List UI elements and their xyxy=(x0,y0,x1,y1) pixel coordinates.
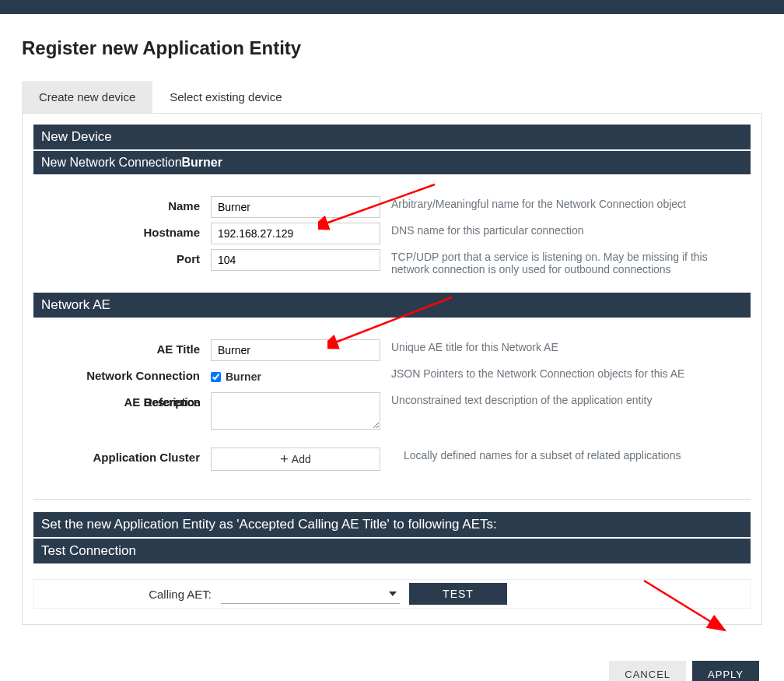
page-title: Register new Application Entity xyxy=(22,37,762,59)
add-button-label: Add xyxy=(292,453,311,465)
checkbox-network-connection-burner[interactable] xyxy=(211,372,221,382)
desc-port: TCP/UDP port that a service is listening… xyxy=(380,249,743,276)
footer-buttons: CANCEL APPLY xyxy=(22,661,762,681)
section-header-new-connection-prefix: New Network Connection xyxy=(41,156,182,169)
label-port: Port xyxy=(41,249,211,265)
input-name[interactable] xyxy=(211,196,380,218)
top-app-bar xyxy=(0,0,784,14)
label-application-cluster: Application Cluster xyxy=(41,448,211,464)
network-ae-form: AE Title Unique AE title for this Networ… xyxy=(33,319,751,488)
test-button[interactable]: TEST xyxy=(409,583,507,605)
select-calling-aet[interactable] xyxy=(221,584,400,604)
plus-icon: + xyxy=(280,452,289,466)
input-port[interactable] xyxy=(211,249,380,271)
tab-create-new-device[interactable]: Create new device xyxy=(22,81,152,113)
desc-ae-title: Unique AE title for this Network AE xyxy=(380,339,743,353)
desc-application-cluster: Locally defined names for a subset of re… xyxy=(380,448,743,462)
test-connection-row: Calling AET: TEST xyxy=(33,579,751,609)
tab-bar: Create new device Select existing device xyxy=(22,81,762,113)
input-ae-title[interactable] xyxy=(211,339,380,361)
label-reference-overlay: Reference xyxy=(144,395,201,409)
form-panel: New Device New Network ConnectionBurner … xyxy=(22,113,762,625)
label-netconn-main: Network Connection xyxy=(86,369,200,382)
desc-hostname: DNS name for this particular connection xyxy=(380,223,743,237)
input-hostname[interactable] xyxy=(211,223,380,244)
section-header-new-connection: New Network ConnectionBurner xyxy=(33,151,751,174)
textarea-ae-description[interactable] xyxy=(211,392,380,430)
label-calling-aet: Calling AET: xyxy=(36,588,221,601)
desc-network-connection-ref: JSON Pointers to the Network Connection … xyxy=(380,366,743,380)
section-header-accepted-calling: Set the new Application Entity as 'Accep… xyxy=(33,512,751,537)
section-header-new-device: New Device xyxy=(33,125,751,149)
new-connection-form: Name Arbitrary/Meaningful name for the N… xyxy=(33,176,751,293)
section-header-new-connection-name: Burner xyxy=(182,156,222,169)
apply-button[interactable]: APPLY xyxy=(692,661,759,681)
add-application-cluster-button[interactable]: + Add xyxy=(211,448,380,471)
section-header-network-ae: Network AE xyxy=(33,293,751,318)
divider xyxy=(33,499,751,500)
checkbox-label-burner: Burner xyxy=(226,370,261,383)
cancel-button[interactable]: CANCEL xyxy=(609,661,686,681)
desc-name: Arbitrary/Meaningful name for the Networ… xyxy=(380,196,743,210)
label-network-connection-ref: Network Connection xyxy=(41,366,211,382)
label-name: Name xyxy=(41,196,211,212)
desc-ae-description: Unconstrained text description of the ap… xyxy=(380,392,743,406)
section-header-test-connection: Test Connection xyxy=(33,539,751,563)
label-ae-description: AE Description Reference xyxy=(41,392,211,409)
tab-select-existing-device[interactable]: Select existing device xyxy=(152,81,299,113)
label-ae-title: AE Title xyxy=(41,339,211,356)
label-hostname: Hostname xyxy=(41,223,211,239)
chevron-down-icon xyxy=(389,591,397,596)
